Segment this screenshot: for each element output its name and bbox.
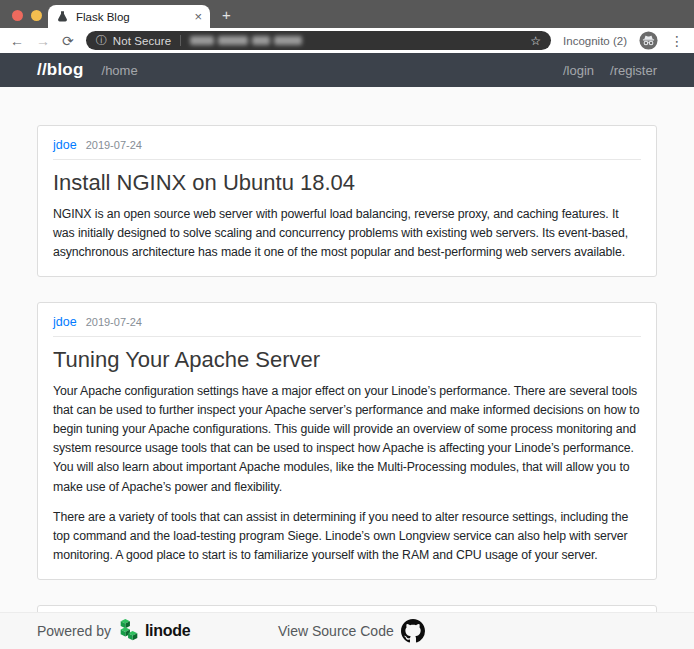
back-icon[interactable]: ← <box>10 34 24 48</box>
incognito-label: Incognito (2) <box>563 35 627 47</box>
flask-favicon-icon <box>56 10 69 23</box>
post-excerpt: Your Apache configuration settings have … <box>53 382 641 497</box>
powered-by-label: Powered by <box>37 623 111 639</box>
view-source-link[interactable]: View Source Code <box>278 623 394 639</box>
posts-list: jdoe 2019-07-24 Install NGINX on Ubuntu … <box>37 87 657 649</box>
new-tab-button[interactable]: + <box>222 6 231 23</box>
nav-home-link[interactable]: /home <box>102 63 138 78</box>
post-meta: jdoe 2019-07-24 <box>53 315 641 337</box>
post-excerpt: There are a variety of tools that can as… <box>53 508 641 566</box>
post-title-link[interactable]: Install NGINX on Ubuntu 18.04 <box>53 169 641 198</box>
site-navbar: //blog /home /login /register <box>0 53 694 87</box>
browser-tab-flask-blog[interactable]: Flask Blog × <box>48 5 210 28</box>
browser-toolbar: ← → ⟳ ⓘ Not Secure ☆ Incognito (2) ⋮ <box>0 28 694 53</box>
github-link[interactable] <box>401 619 425 643</box>
address-url-redacted <box>190 36 302 45</box>
info-icon[interactable]: ⓘ <box>96 33 107 48</box>
security-label: Not Secure <box>113 35 172 47</box>
nav-login-link[interactable]: /login <box>563 63 594 78</box>
linode-logo-icon <box>117 619 141 643</box>
post-date: 2019-07-24 <box>86 316 142 328</box>
address-divider <box>180 35 181 46</box>
brand-link[interactable]: //blog <box>37 60 84 80</box>
browser-menu-icon[interactable]: ⋮ <box>670 33 684 49</box>
post-title-link[interactable]: Tuning Your Apache Server <box>53 346 641 375</box>
post-card: jdoe 2019-07-24 Tuning Your Apache Serve… <box>37 302 657 580</box>
incognito-badge-icon <box>639 31 658 50</box>
linode-link[interactable]: linode <box>117 619 190 643</box>
author-link[interactable]: jdoe <box>53 138 77 152</box>
github-icon <box>401 619 425 643</box>
forward-icon[interactable]: → <box>36 34 50 48</box>
address-bar[interactable]: ⓘ Not Secure ☆ <box>86 31 551 50</box>
tab-title: Flask Blog <box>76 11 187 23</box>
reload-icon[interactable]: ⟳ <box>62 34 74 48</box>
post-excerpt: NGINX is an open source web server with … <box>53 205 641 263</box>
close-window-button[interactable] <box>12 10 23 21</box>
nav-register-link[interactable]: /register <box>610 63 657 78</box>
page-viewport: //blog /home /login /register jdoe 2019-… <box>0 53 694 649</box>
post-card: jdoe 2019-07-24 Install NGINX on Ubuntu … <box>37 125 657 277</box>
browser-window: Flask Blog × + ← → ⟳ ⓘ Not Secure ☆ Inco… <box>0 0 694 649</box>
minimize-window-button[interactable] <box>31 10 42 21</box>
tab-strip: Flask Blog × + <box>0 0 694 28</box>
site-footer: Powered by <box>0 612 694 649</box>
post-date: 2019-07-24 <box>86 139 142 151</box>
linode-wordmark: linode <box>145 622 190 640</box>
bookmark-star-icon[interactable]: ☆ <box>530 34 541 48</box>
post-meta: jdoe 2019-07-24 <box>53 138 641 160</box>
tab-close-icon[interactable]: × <box>194 10 202 23</box>
author-link[interactable]: jdoe <box>53 315 77 329</box>
